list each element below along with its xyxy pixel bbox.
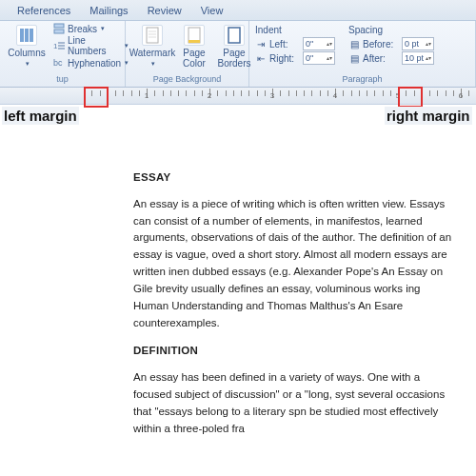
watermark-icon: [142, 25, 163, 46]
columns-label: Columns: [8, 48, 45, 58]
indent-left-value: 0": [306, 39, 313, 49]
indent-header: Indent: [255, 25, 335, 35]
spacing-before-value: 0 pt: [405, 39, 419, 49]
indent-left-label: Left:: [269, 39, 300, 50]
line-numbers-button[interactable]: 1 Line Numbers▾: [51, 35, 130, 56]
svg-rect-0: [20, 29, 24, 42]
spinner-icon[interactable]: ▴▾: [426, 42, 431, 47]
group-page-setup: Columns ▾ Breaks▾ 1 Line Numbers▾ bc Hyp…: [0, 21, 126, 87]
paragraph-1: An essay is a piece of writing which is …: [133, 196, 457, 332]
heading-essay: ESSAY: [133, 169, 457, 187]
tab-mailings[interactable]: Mailings: [80, 2, 137, 19]
breaks-label: Breaks: [68, 24, 97, 34]
spacing-before-label: Before:: [363, 39, 399, 50]
hyphenation-icon: bc: [53, 57, 65, 69]
tab-view[interactable]: View: [191, 2, 233, 19]
chevron-down-icon: ▾: [101, 25, 105, 32]
document-content[interactable]: ESSAY An essay is a piece of writing whi…: [133, 169, 457, 437]
spacing-before-icon: ▤: [348, 38, 360, 50]
page-borders-label: Page Borders: [218, 48, 251, 69]
columns-icon: [16, 25, 37, 46]
line-numbers-icon: 1: [53, 40, 65, 51]
line-numbers-label: Line Numbers: [68, 35, 121, 56]
breaks-icon: [53, 23, 65, 34]
page-borders-icon: [224, 25, 245, 46]
chevron-down-icon: ▾: [151, 60, 155, 68]
heading-definition: DEFINITION: [133, 343, 457, 360]
svg-text:1: 1: [53, 42, 58, 50]
hyphenation-button[interactable]: bc Hyphenation▾: [51, 57, 130, 69]
indent-right-label: Right:: [269, 53, 300, 64]
indent-left-stepper[interactable]: ⇥ Left: 0"▴▾: [255, 37, 335, 50]
ruler-area: 123456 left margin right margin: [0, 88, 476, 116]
group-pagebg-title: Page Background: [131, 73, 243, 85]
page-color-button[interactable]: Page Color: [177, 23, 211, 70]
watermark-button[interactable]: Watermark▾: [131, 23, 173, 69]
indent-right-icon: ⇤: [255, 52, 267, 64]
left-margin-highlight: [84, 87, 109, 108]
tab-review[interactable]: Review: [138, 2, 191, 19]
paragraph-2: An essay has been defined in a variety o…: [133, 369, 457, 437]
chevron-down-icon: ▾: [26, 60, 30, 68]
right-margin-highlight: [398, 87, 423, 108]
svg-rect-15: [188, 40, 200, 43]
document-area: ESSAY An essay is a piece of writing whi…: [0, 116, 476, 437]
svg-rect-16: [228, 28, 240, 43]
ribbon: Columns ▾ Breaks▾ 1 Line Numbers▾ bc Hyp…: [0, 21, 476, 88]
spacing-before-stepper[interactable]: ▤ Before: 0 pt▴▾: [348, 37, 434, 50]
svg-rect-4: [54, 30, 64, 33]
group-paragraph: Indent ⇥ Left: 0"▴▾ ⇤ Right: 0"▴▾ Spacin…: [249, 21, 476, 87]
page-color-label: Page Color: [183, 48, 206, 69]
indent-left-icon: ⇥: [255, 38, 267, 50]
page-color-icon: [184, 25, 205, 46]
spacing-after-stepper[interactable]: ▤ After: 10 pt▴▾: [348, 51, 434, 65]
spacing-after-icon: ▤: [348, 52, 360, 64]
group-page-background: Watermark▾ Page Color Page Borders Page …: [126, 21, 249, 87]
svg-rect-10: [147, 28, 158, 43]
spinner-icon[interactable]: ▴▾: [327, 56, 332, 61]
left-margin-annotation: left margin: [2, 107, 79, 125]
spinner-icon[interactable]: ▴▾: [327, 42, 332, 47]
svg-rect-3: [54, 24, 64, 28]
spacing-after-value: 10 pt: [405, 53, 424, 63]
group-paragraph-title: Paragraph: [255, 73, 469, 85]
svg-text:bc: bc: [53, 58, 63, 68]
indent-right-stepper[interactable]: ⇤ Right: 0"▴▾: [255, 51, 335, 65]
ribbon-tabs: References Mailings Review View: [0, 0, 476, 21]
page-borders-button[interactable]: Page Borders: [215, 23, 253, 70]
columns-button[interactable]: Columns ▾: [6, 23, 48, 69]
tab-references[interactable]: References: [8, 2, 80, 19]
spacing-header: Spacing: [348, 25, 434, 35]
group-setup-title: tup: [6, 73, 119, 85]
spinner-icon[interactable]: ▴▾: [426, 56, 431, 61]
hyphenation-label: Hyphenation: [68, 58, 121, 69]
right-margin-annotation: right margin: [385, 107, 472, 125]
spacing-after-label: After:: [363, 53, 399, 64]
watermark-label: Watermark: [129, 48, 176, 58]
indent-right-value: 0": [306, 53, 313, 63]
svg-rect-1: [25, 29, 29, 42]
svg-rect-2: [30, 29, 33, 42]
breaks-button[interactable]: Breaks▾: [51, 23, 130, 34]
